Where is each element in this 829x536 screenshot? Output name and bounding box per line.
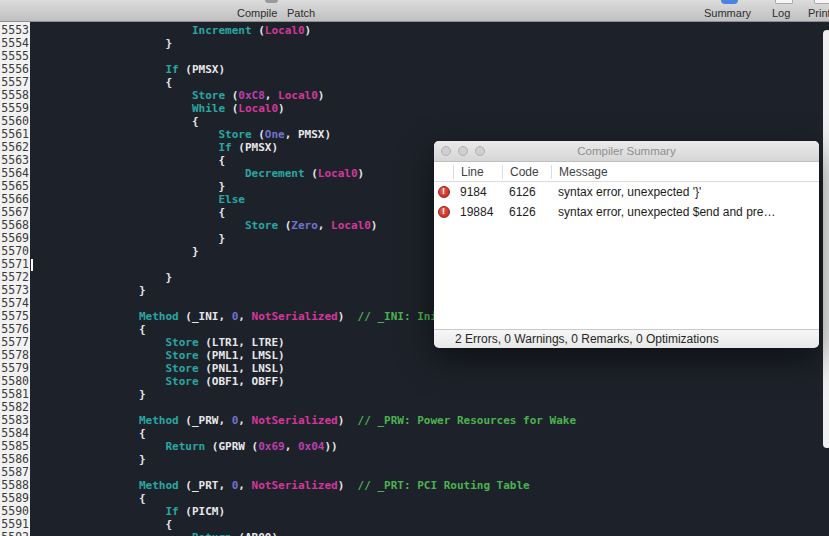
error-icon <box>438 206 450 218</box>
code-line: 5557 { <box>0 76 829 89</box>
code-line: 5591 { <box>0 518 829 531</box>
toolbar-button-summary[interactable]: Summary <box>704 7 751 19</box>
code-line: 5559 While (Local0) <box>0 102 829 115</box>
icon-column-header <box>434 165 453 179</box>
code-column-header[interactable]: Code <box>502 165 551 179</box>
toolbar: CompilePatchSummaryLogPrint <box>0 0 829 22</box>
code-text: } <box>30 284 146 297</box>
code-text: Store (OBF1, OBFF) <box>30 375 285 388</box>
code-text: } <box>30 180 225 193</box>
code-text: } <box>30 271 172 284</box>
code-line: 5553 Increment (Local0) <box>0 24 829 37</box>
toolbar-button-patch[interactable]: Patch <box>287 7 315 19</box>
zoom-window-button[interactable] <box>475 146 485 156</box>
text-caret <box>31 259 33 271</box>
code-text: Method (_PRT, 0, NotSerialized) // _PRT:… <box>30 479 530 492</box>
code-line: 5589 { <box>0 492 829 505</box>
code-text: If (PICM) <box>30 505 225 518</box>
minimize-window-button[interactable] <box>458 146 468 156</box>
code-line: 5587 <box>0 466 829 479</box>
code-text: Return (AR00) <box>30 531 278 536</box>
vertical-scrollbar-thumb[interactable] <box>823 30 829 448</box>
code-text: Increment (Local0) <box>30 24 311 37</box>
compiler-summary-window: Compiler Summary Line Code Message 91846… <box>434 141 819 347</box>
code-line: 5584 { <box>0 427 829 440</box>
code-line: 5556 If (PMSX) <box>0 63 829 76</box>
code-text: Store (0xC8, Local0) <box>30 89 324 102</box>
error-code: 6126 <box>502 205 551 219</box>
error-code: 6126 <box>502 185 551 199</box>
summary-status-text: 2 Errors, 0 Warnings, 0 Remarks, 0 Optim… <box>434 329 819 348</box>
error-icon <box>438 186 450 198</box>
code-text: { <box>30 323 146 336</box>
window-title: Compiler Summary <box>434 141 819 161</box>
code-text: { <box>30 76 172 89</box>
code-text: While (Local0) <box>30 102 285 115</box>
code-text: } <box>30 245 199 258</box>
code-line: 5582 <box>0 401 829 414</box>
code-text: Else <box>30 193 245 206</box>
code-text: { <box>30 206 225 219</box>
error-row[interactable]: 198846126syntax error, unexpected $end a… <box>434 202 819 222</box>
error-message: syntax error, unexpected '}' <box>551 185 819 199</box>
code-text: Return (GPRW (0x69, 0x04)) <box>30 440 338 453</box>
code-text: } <box>30 232 225 245</box>
table-header: Line Code Message <box>434 162 819 182</box>
code-text: } <box>30 388 146 401</box>
code-line: 5585 Return (GPRW (0x69, 0x04)) <box>0 440 829 453</box>
code-text: } <box>30 453 146 466</box>
error-line-number: 9184 <box>453 185 502 199</box>
error-table-body: 91846126syntax error, unexpected '}'1988… <box>434 182 819 329</box>
line-number: 5592 <box>0 531 30 536</box>
code-line: 5581 } <box>0 388 829 401</box>
error-line-number: 19884 <box>453 205 502 219</box>
code-text: Store (PNL1, LNSL) <box>30 362 285 375</box>
compile-icon <box>265 0 278 3</box>
code-line: 5560 { <box>0 115 829 128</box>
code-line: 5558 Store (0xC8, Local0) <box>0 89 829 102</box>
code-text: Decrement (Local0) <box>30 167 364 180</box>
toolbar-button-print[interactable]: Print <box>808 7 829 19</box>
summary-icon <box>721 0 738 4</box>
code-line: 5561 Store (One, PMSX) <box>0 128 829 141</box>
code-text: If (PMSX) <box>30 63 225 76</box>
code-text: Method (_INI, 0, NotSerialized) // _INI:… <box>30 310 483 323</box>
line-column-header[interactable]: Line <box>453 165 502 179</box>
code-line: 5586 } <box>0 453 829 466</box>
code-text: Store (LTR1, LTRE) <box>30 336 285 349</box>
toolbar-button-log[interactable]: Log <box>772 7 790 19</box>
code-text: { <box>30 518 172 531</box>
message-column-header[interactable]: Message <box>551 165 819 179</box>
code-text: { <box>30 115 199 128</box>
code-text: Method (_PRW, 0, NotSerialized) // _PRW:… <box>30 414 576 427</box>
error-message: syntax error, unexpected $end and pre… <box>551 205 819 219</box>
code-text: { <box>30 154 225 167</box>
code-text: Store (One, PMSX) <box>30 128 331 141</box>
code-text: { <box>30 492 146 505</box>
code-line: 5555 <box>0 50 829 63</box>
print-icon <box>814 0 829 4</box>
code-text: } <box>30 37 172 50</box>
code-line: 5580 Store (OBF1, OBFF) <box>0 375 829 388</box>
log-icon <box>775 0 793 4</box>
window-titlebar[interactable]: Compiler Summary <box>434 141 819 162</box>
toolbar-button-compile[interactable]: Compile <box>237 7 277 19</box>
code-text: If (PMSX) <box>30 141 278 154</box>
code-line: 5592 Return (AR00) <box>0 531 829 536</box>
code-line: 5578 Store (PML1, LMSL) <box>0 349 829 362</box>
code-text: { <box>30 427 146 440</box>
code-line: 5579 Store (PNL1, LNSL) <box>0 362 829 375</box>
code-line: 5588 Method (_PRT, 0, NotSerialized) // … <box>0 479 829 492</box>
code-line: 5554 } <box>0 37 829 50</box>
close-window-button[interactable] <box>441 146 451 156</box>
code-line: 5590 If (PICM) <box>0 505 829 518</box>
code-text: Store (Zero, Local0) <box>30 219 377 232</box>
error-row[interactable]: 91846126syntax error, unexpected '}' <box>434 182 819 202</box>
code-line: 5583 Method (_PRW, 0, NotSerialized) // … <box>0 414 829 427</box>
code-text: Store (PML1, LMSL) <box>30 349 285 362</box>
